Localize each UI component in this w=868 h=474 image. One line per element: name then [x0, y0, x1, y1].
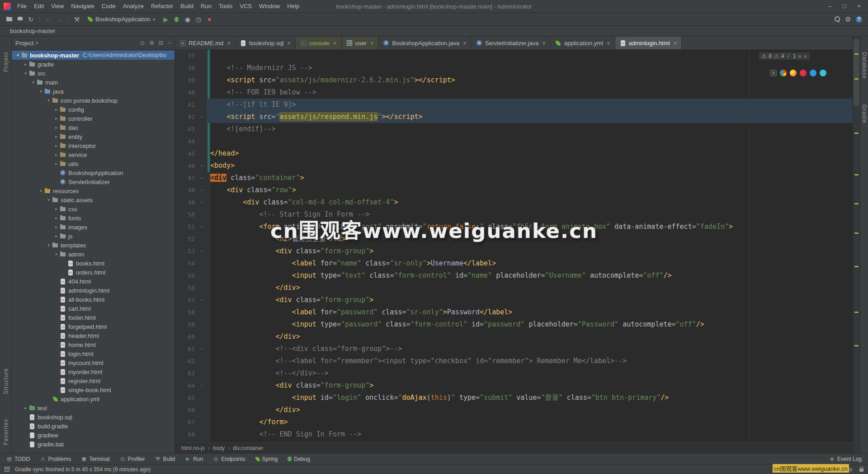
tree-item-adminlogin-html[interactable]: adminlogin.html [12, 286, 175, 295]
chevron-down-icon[interactable]: ∨ [804, 54, 807, 59]
tree-item-service[interactable]: ▸service [12, 150, 175, 159]
tree-item-admin[interactable]: ▾admin [12, 250, 175, 259]
fold-marker[interactable]: ▾ [197, 245, 207, 257]
tab-application-yml[interactable]: application.yml× [551, 37, 615, 49]
tree-item-utils[interactable]: ▸utils [12, 159, 175, 168]
tree-item-forgetpwd-html[interactable]: forgetpwd.html [12, 322, 175, 331]
chevron-collapsed-icon[interactable]: ▸ [53, 125, 60, 130]
chevron-collapsed-icon[interactable]: ▸ [53, 134, 60, 139]
code-line-61[interactable]: 61▾ <!--<div class="form-group">--> [175, 343, 853, 355]
code-viewport[interactable]: 3738 <!-- Modernizr JS -->39 <script src… [175, 50, 853, 441]
tree-item-images[interactable]: ▸images [12, 223, 175, 232]
menu-refactor[interactable]: Refactor [147, 0, 177, 13]
menu-file[interactable]: File [14, 0, 30, 13]
tree-item-static-assets[interactable]: ▾static.assets [12, 195, 175, 204]
code-line-54[interactable]: 54 <label for="name" class="sr-only">Use… [175, 257, 853, 270]
menu-vcs[interactable]: VCS [236, 0, 255, 13]
indent[interactable]: 4 spaces [830, 466, 852, 473]
chevron-up-icon[interactable]: ∧ [798, 54, 801, 59]
hide-icon[interactable]: − [168, 40, 171, 46]
chevron-expanded-icon[interactable]: ▾ [45, 243, 52, 247]
menu-window[interactable]: Window [255, 0, 283, 13]
tree-item-myorder-html[interactable]: myorder.html [12, 367, 175, 376]
toolwindow-button-profiler[interactable]: Profiler [120, 456, 145, 462]
stripe-item-favorites[interactable]: Favorites [3, 419, 9, 445]
fold-marker[interactable]: ▾ [197, 343, 207, 355]
close-icon[interactable]: × [674, 40, 677, 47]
code-line-57[interactable]: 57▾ <div class="form-group"> [175, 294, 853, 306]
close-button[interactable]: × [853, 0, 865, 13]
code-line-58[interactable]: 58 <label for="password" class="sr-only"… [175, 306, 853, 318]
safari-browser-icon[interactable] [810, 70, 816, 76]
gear-icon[interactable]: ⚙ [149, 40, 154, 46]
code-line-52[interactable]: 52 <h2>管理员登录</h2> [175, 233, 853, 245]
lock-icon[interactable] [859, 469, 863, 472]
chevron-expanded-icon[interactable]: ▾ [45, 98, 52, 103]
toolwindow-button-build[interactable]: Build [155, 456, 175, 462]
tree-item-orders-html[interactable]: orders.html [12, 268, 175, 277]
tree-item-entity[interactable]: ▸entity [12, 132, 175, 141]
toolwindow-button-debug[interactable]: Debug [288, 456, 310, 462]
code-line-50[interactable]: 50 <!-- Start Sign In Form --> [175, 209, 853, 221]
tree-item-single-book-html[interactable]: single-book.html [12, 385, 175, 394]
chevron-collapsed-icon[interactable]: ▸ [53, 234, 60, 238]
collapse-all-icon[interactable]: ⊟ [159, 40, 163, 46]
locate-icon[interactable]: ⊙ [140, 40, 145, 46]
chevron-collapsed-icon[interactable]: ▸ [53, 107, 60, 112]
chevron-expanded-icon[interactable]: ▾ [45, 198, 52, 202]
tree-item-com-yunsle-bookshop[interactable]: ▾com.yunsle.bookshop [12, 96, 175, 105]
stripe-item-database[interactable]: Database [861, 52, 868, 79]
code-line-62[interactable]: 62 <!--<label for="remember"><input type… [175, 355, 853, 367]
chevron-collapsed-icon[interactable]: ▸ [22, 62, 29, 66]
menu-code[interactable]: Code [98, 0, 119, 13]
tree-item-login-html[interactable]: login.html [12, 349, 175, 358]
fold-marker[interactable]: ▾ [197, 160, 207, 172]
code-line-51[interactable]: 51▾ <form action="#" method="post" onsub… [175, 221, 853, 233]
forward-icon[interactable] [54, 14, 65, 24]
code-line-59[interactable]: 59 <input type="password" class="form-co… [175, 318, 853, 331]
tree-item-cart-html[interactable]: cart.html [12, 304, 175, 313]
code-line-43[interactable]: 43 <![endif]--> [175, 123, 853, 135]
chevron-collapsed-icon[interactable]: ▸ [53, 161, 60, 166]
breadcrumb-div-container[interactable]: div.container [233, 445, 263, 451]
tree-item-config[interactable]: ▸config [12, 105, 175, 114]
tree-item-java[interactable]: ▾java [12, 87, 175, 96]
menu-edit[interactable]: Edit [30, 0, 47, 13]
fold-marker[interactable]: ▾ [197, 111, 207, 123]
status-message[interactable]: Gradle sync finished in 5 m 40 s 354 ms … [15, 466, 151, 473]
code-line-45[interactable]: 45</head> [175, 147, 853, 160]
code-line-64[interactable]: 64▾ <div class="form-group"> [175, 379, 853, 392]
profiler-icon[interactable] [193, 14, 204, 24]
fold-marker[interactable]: ▾ [197, 172, 207, 184]
code-line-42[interactable]: 42▾ <script src="assets/js/respond.min.j… [175, 111, 853, 123]
tree-item-bookshop-sql[interactable]: bookshop.sql [12, 412, 175, 422]
chevron-collapsed-icon[interactable]: ▸ [22, 406, 29, 410]
fold-marker[interactable]: ▾ [197, 379, 207, 392]
breadcrumb[interactable]: bookshop-master [10, 28, 55, 34]
tree-item-mycount-html[interactable]: mycount.html [12, 358, 175, 367]
tree-item-dao[interactable]: ▸dao [12, 123, 175, 132]
code-line-67[interactable]: 67 </form> [175, 416, 853, 428]
toolwindow-button-run[interactable]: Run [185, 456, 203, 462]
tab-servletinitializer-java[interactable]: ServletInitializer.java× [472, 37, 551, 49]
close-icon[interactable]: × [288, 40, 291, 47]
tree-item-bookshop-master[interactable]: ▾bookshop-masterC:\Users\Administrator\D… [12, 51, 175, 60]
menu-help[interactable]: Help [283, 0, 303, 13]
help-icon[interactable] [854, 14, 864, 24]
code-line-66[interactable]: 66 </div> [175, 404, 853, 416]
tree-item-gradle-bat[interactable]: gradle.bat [12, 440, 175, 449]
maximize-button[interactable]: □ [838, 0, 851, 13]
toolwindow-switcher-icon[interactable] [5, 467, 9, 472]
code-line-47[interactable]: 47▾<div class="container"> [175, 172, 853, 184]
fold-marker[interactable]: ▾ [197, 196, 207, 209]
tree-item-controller[interactable]: ▸controller [12, 114, 175, 123]
tree-item-404-html[interactable]: 404.html [12, 277, 175, 286]
tree-item-books-html[interactable]: books.html [12, 259, 175, 268]
tree-item-main[interactable]: ▾main [12, 78, 175, 87]
tree-item-css[interactable]: ▸css [12, 204, 175, 213]
scrollbar-thumb[interactable] [854, 38, 859, 106]
coverage-icon[interactable] [182, 14, 193, 24]
menu-build[interactable]: Build [177, 0, 197, 13]
chevron-expanded-icon[interactable]: ▾ [30, 80, 37, 85]
code-line-49[interactable]: 49▾ <div class="col-md-4 col-md-offset-4… [175, 196, 853, 209]
